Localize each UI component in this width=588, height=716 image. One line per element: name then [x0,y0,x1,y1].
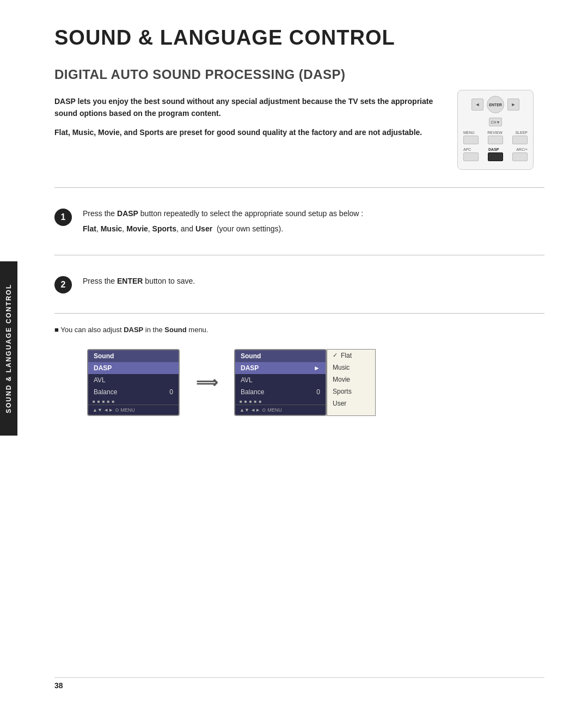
tv-menu-1: Sound DASP AVL Balance 0 ■ ■ ■ ■ ■ [87,349,180,416]
step-2-content: Press the ENTER button to save. [83,275,195,287]
text-block: DASP lets you enjoy the best sound witho… [54,95,436,138]
step-1-options: Flat, Music, Movie, Sports, and User (yo… [83,223,363,235]
bottom-buttons-row [463,152,528,161]
remote-control-illustration: ◄ ENTER ► CH▼ MENU [457,90,544,170]
tv-menu-1-icons-row: ■ ■ ■ ■ ■ [88,398,179,405]
review-btn [488,136,503,144]
tv-menu-2-avl: AVL [235,374,326,386]
tv-menu-1-header: Sound [88,350,179,362]
tv-menu-2-balance: Balance 0 [235,386,326,398]
apc-btn [463,152,479,161]
apc-label: APC [463,148,471,151]
step-1-text: Press the DASP button repeatedly to sele… [83,209,363,218]
submenu-sports: Sports [327,385,375,397]
divider-1 [54,187,544,188]
tv-submenu: Flat Music Movie Sports User [327,349,376,416]
tv-menu-1-balance: Balance 0 [88,386,179,398]
submenu-music: Music [327,362,375,374]
section-title: DIGITAL AUTO SOUND PROCESSING (DASP) [54,67,544,82]
remote-top-row: ◄ ENTER ► [463,96,528,113]
enter-btn: ENTER [487,96,504,113]
sleep-label: SLEEP [515,131,528,134]
page-number: 38 [54,681,63,690]
bottom-labels-row: APC DASP ARC/+ [463,148,528,151]
submenu-user: User [327,397,375,409]
divider-2 [54,255,544,255]
step-1-content: Press the DASP button repeatedly to sele… [83,207,363,235]
intro-paragraph-1: DASP lets you enjoy the best sound witho… [54,95,436,120]
tv-menu-2-with-submenu: Sound DASP ► AVL Balance 0 ■ ■ ■ [234,349,376,416]
tv-menu-2-dasp: DASP ► [235,362,326,374]
submenu-movie: Movie [327,374,375,385]
sleep-btn [512,136,528,144]
note: ■ You can also adjust DASP in the Sound … [54,325,544,336]
review-label: REVIEW [487,131,503,134]
side-tab: SOUND & LANGUAGE CONTROL [0,261,17,436]
arc-label: ARC/+ [516,148,528,151]
arrow-icon: ⟹ [196,374,218,391]
step-1: 1 Press the DASP button repeatedly to se… [54,199,544,244]
arc-btn [512,152,528,161]
menu-label: MENU [463,131,475,134]
vol-right-btn: ► [507,99,519,111]
top-buttons-row [463,136,528,144]
content-row: DASP lets you enjoy the best sound witho… [54,95,544,170]
vol-left-btn: ◄ [471,99,483,111]
step-2: 2 Press the ENTER button to save. [54,266,544,302]
divider-3 [54,313,544,314]
ch-btn: CH▼ [489,118,502,126]
tv-menu-2: Sound DASP ► AVL Balance 0 ■ ■ ■ [234,349,327,416]
remote: ◄ ENTER ► CH▼ MENU [457,90,534,170]
submenu-flat: Flat [327,350,375,362]
intro-paragraph-2: Flat, Music, Movie, and Sports are prese… [54,126,436,138]
bottom-line [54,677,544,678]
menu-btn [463,136,479,144]
page: SOUND & LANGUAGE CONTROL SOUND & LANGUAG… [0,0,588,716]
dasp-label: DASP [488,148,499,151]
tv-menu-1-avl: AVL [88,374,179,386]
tv-menu-2-icons-row: ■ ■ ■ ■ ■ [235,398,326,405]
step-2-circle: 2 [54,276,72,293]
side-tab-label: SOUND & LANGUAGE CONTROL [5,284,13,413]
tv-menu-1-dasp: DASP [88,362,179,374]
step-2-text: Press the ENTER button to save. [83,277,195,285]
tv-menu-1-footer: ▲▼ ◄► ⊙ MENU [88,405,179,415]
menu-screenshots: Sound DASP AVL Balance 0 ■ ■ ■ ■ ■ [54,349,544,416]
tv-menu-2-header: Sound [235,350,326,362]
labels-row: MENU REVIEW SLEEP [463,131,528,134]
main-title: SOUND & LANGUAGE CONTROL [54,26,544,50]
tv-menu-2-footer: ▲▼ ◄► ⊙ MENU [235,405,326,415]
dasp-btn [488,152,503,161]
ch-row: CH▼ [463,118,528,126]
step-1-circle: 1 [54,209,72,226]
